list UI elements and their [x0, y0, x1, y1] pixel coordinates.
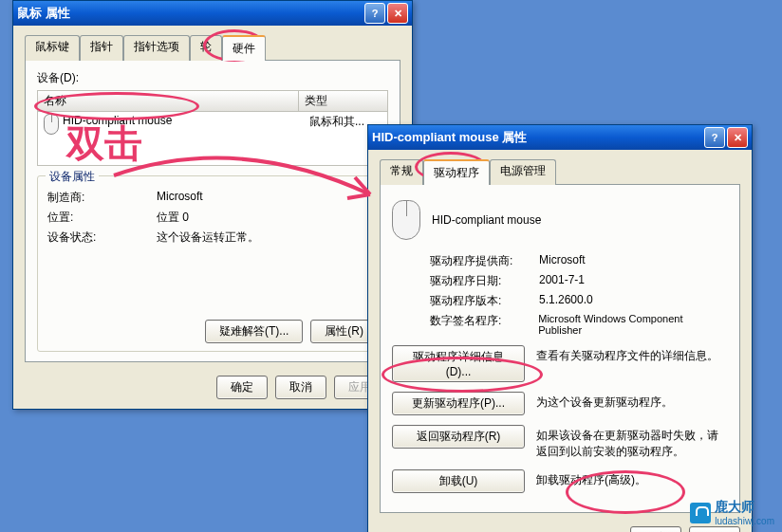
tab-general[interactable]: 常规 — [380, 159, 423, 185]
devices-label: 设备(D): — [37, 70, 388, 86]
cancel-button[interactable]: 取消 — [275, 376, 326, 399]
uninstall-text: 卸载驱动程序(高级)。 — [536, 469, 728, 488]
troubleshoot-button[interactable]: 疑难解答(T)... — [205, 320, 303, 343]
device-name: HID-compliant mouse — [432, 213, 541, 227]
help-icon[interactable]: ? — [704, 127, 725, 148]
tab-pointer-options[interactable]: 指针选项 — [123, 35, 190, 61]
mouse-icon — [44, 114, 59, 135]
tab-strip: 常规 驱动程序 电源管理 — [380, 159, 740, 185]
mfr-label: 制造商: — [47, 190, 157, 206]
signer-label: 数字签名程序: — [430, 313, 538, 336]
driver-details-button[interactable]: 驱动程序详细信息(D)... — [392, 345, 525, 382]
status-value: 这个设备运转正常。 — [157, 229, 259, 246]
tab-power[interactable]: 电源管理 — [490, 159, 556, 185]
device-properties-window: HID-compliant mouse 属性 ? ✕ 常规 驱动程序 电源管理 … — [367, 124, 753, 532]
close-icon[interactable]: ✕ — [387, 3, 408, 24]
mouse-icon — [392, 200, 420, 240]
date-value: 2001-7-1 — [539, 273, 585, 289]
rollback-driver-text: 如果该设备在更新驱动器时失败，请返回到以前安装的驱动程序。 — [536, 425, 728, 460]
device-list[interactable]: HID-compliant mouse 鼠标和其... — [37, 112, 388, 166]
loc-value: 位置 0 — [157, 210, 189, 226]
help-icon[interactable]: ? — [364, 3, 385, 24]
version-label: 驱动程序版本: — [430, 293, 539, 309]
watermark: 鹿大师 ludashiwj.com — [690, 499, 774, 526]
provider-value: Microsoft — [539, 253, 586, 269]
logo-icon — [690, 503, 711, 523]
signer-value: Microsoft Windows Component Publisher — [538, 313, 728, 336]
version-value: 5.1.2600.0 — [539, 293, 593, 309]
tab-hardware[interactable]: 硬件 — [222, 35, 266, 61]
tab-pointers[interactable]: 指针 — [80, 35, 123, 61]
group-title: 设备属性 — [46, 169, 99, 185]
loc-label: 位置: — [47, 210, 157, 226]
tab-wheel[interactable]: 轮 — [190, 35, 222, 61]
ok-button[interactable]: 确定 — [216, 376, 268, 399]
close-icon[interactable]: ✕ — [727, 127, 748, 148]
device-name: HID-compliant mouse — [63, 114, 172, 127]
update-driver-text: 为这个设备更新驱动程序。 — [536, 392, 728, 411]
watermark-url: ludashiwj.com — [715, 516, 774, 526]
device-list-header: 名称 类型 — [37, 90, 388, 112]
rollback-driver-button[interactable]: 返回驱动程序(R) — [392, 425, 525, 449]
provider-label: 驱动程序提供商: — [430, 253, 539, 269]
tab-buttons[interactable]: 鼠标键 — [25, 35, 80, 61]
window-title: 鼠标 属性 — [17, 5, 70, 22]
watermark-brand: 鹿大师 — [715, 499, 774, 516]
uninstall-button[interactable]: 卸载(U) — [392, 469, 525, 493]
status-label: 设备状态: — [47, 229, 157, 246]
tab-driver[interactable]: 驱动程序 — [423, 159, 490, 185]
date-label: 驱动程序日期: — [430, 273, 539, 289]
mouse-properties-window: 鼠标 属性 ? ✕ 鼠标键 指针 指针选项 轮 硬件 设备(D): 名称 类型 … — [12, 0, 413, 410]
window-title: HID-compliant mouse 属性 — [372, 129, 527, 146]
driver-details-text: 查看有关驱动程序文件的详细信息。 — [536, 345, 728, 364]
cancel-button[interactable]: 取消 — [689, 526, 740, 532]
tab-strip: 鼠标键 指针 指针选项 轮 硬件 — [25, 35, 400, 61]
titlebar[interactable]: 鼠标 属性 ? ✕ — [13, 1, 412, 26]
col-name[interactable]: 名称 — [38, 91, 299, 111]
ok-button[interactable]: 确定 — [630, 526, 681, 532]
device-props-group: 设备属性 制造商:Microsoft 位置:位置 0 设备状态:这个设备运转正常… — [37, 175, 388, 352]
titlebar[interactable]: HID-compliant mouse 属性 ? ✕ — [368, 125, 752, 150]
mfr-value: Microsoft — [157, 190, 203, 206]
update-driver-button[interactable]: 更新驱动程序(P)... — [392, 392, 525, 415]
col-type[interactable]: 类型 — [299, 91, 387, 111]
